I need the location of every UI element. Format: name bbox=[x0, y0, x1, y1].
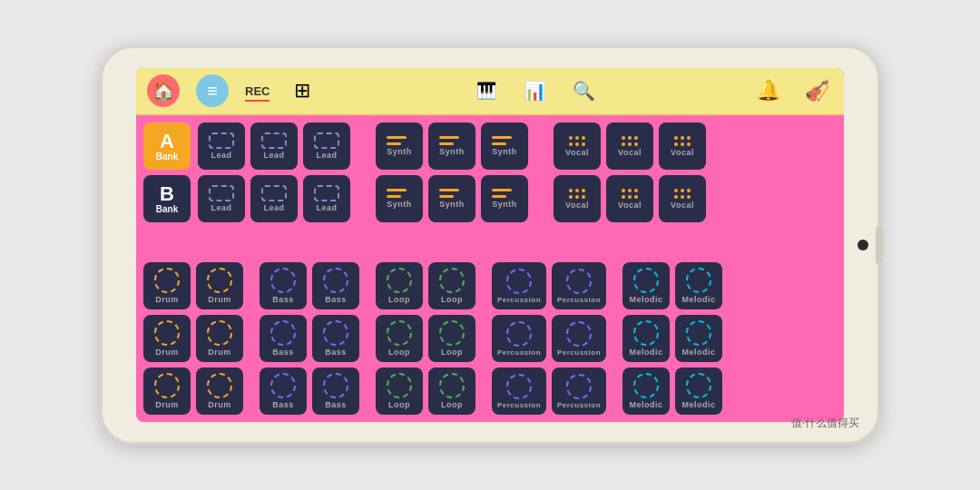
rec-button[interactable]: REC bbox=[245, 84, 270, 98]
synth-label: Synth bbox=[439, 147, 465, 156]
drum-label: Drum bbox=[155, 295, 179, 304]
bass-icon bbox=[270, 373, 296, 398]
synth-pad-2[interactable]: Synth bbox=[428, 122, 475, 170]
bass-pad-3[interactable]: Bass bbox=[260, 315, 307, 362]
loop-pad-2[interactable]: Loop bbox=[428, 262, 475, 309]
lead-pad-1[interactable]: Lead bbox=[198, 122, 245, 170]
vocal-pad-2[interactable]: Vocal bbox=[606, 122, 653, 170]
drum-pad-2[interactable]: Drum bbox=[196, 262, 243, 309]
bass-label: Bass bbox=[272, 348, 294, 357]
lead-icon bbox=[261, 132, 287, 149]
synth-pad-4[interactable]: Synth bbox=[376, 175, 423, 222]
loop-section: Loop Loop Loop Loop bbox=[376, 262, 475, 415]
piano-button[interactable]: 🎹 bbox=[470, 74, 503, 107]
percussion-pad-1[interactable]: Percussion bbox=[492, 262, 546, 309]
synth-label: Synth bbox=[387, 147, 412, 156]
bass-pad-4[interactable]: Bass bbox=[312, 315, 359, 362]
synth-pad-6[interactable]: Synth bbox=[481, 175, 528, 222]
lead-pad-5[interactable]: Lead bbox=[250, 175, 298, 222]
vocal-pad-3[interactable]: Vocal bbox=[659, 122, 706, 170]
loop-pad-1[interactable]: Loop bbox=[376, 262, 423, 309]
drum-label: Drum bbox=[155, 400, 179, 409]
lead-icon bbox=[314, 185, 339, 201]
drum-pad-5[interactable]: Drum bbox=[143, 368, 191, 415]
lead-label: Lead bbox=[211, 203, 231, 212]
vocal-icon bbox=[569, 136, 585, 146]
bank-b-button[interactable]: B Bank bbox=[143, 175, 191, 222]
melodic-label: Melodic bbox=[629, 295, 662, 304]
lead-pad-4[interactable]: Lead bbox=[198, 175, 245, 222]
melodic-icon bbox=[686, 373, 711, 398]
melodic-pad-5[interactable]: Melodic bbox=[622, 368, 670, 415]
vocal-icon bbox=[674, 189, 691, 199]
loop-pad-5[interactable]: Loop bbox=[376, 368, 423, 415]
vocal-pad-6[interactable]: Vocal bbox=[659, 175, 706, 222]
loop-icon bbox=[387, 373, 412, 398]
vocal-pad-1[interactable]: Vocal bbox=[554, 122, 601, 170]
vocal-label: Vocal bbox=[565, 148, 589, 157]
lead-label: Lead bbox=[316, 203, 337, 212]
bass-pad-1[interactable]: Bass bbox=[260, 262, 307, 309]
loop-pad-3[interactable]: Loop bbox=[376, 315, 423, 362]
drum-pad-3[interactable]: Drum bbox=[143, 315, 191, 362]
drum-pad-4[interactable]: Drum bbox=[196, 315, 243, 362]
percussion-icon bbox=[566, 374, 592, 399]
vocal-label: Vocal bbox=[671, 201, 694, 210]
synth-label: Synth bbox=[492, 147, 517, 156]
drum-pad-6[interactable]: Drum bbox=[196, 368, 243, 415]
drum-icon bbox=[154, 268, 180, 293]
lead-section: Lead Lead Lead Lead bbox=[198, 122, 350, 255]
synth-icon bbox=[492, 136, 517, 145]
violin-button[interactable]: 🎻 bbox=[800, 74, 833, 107]
melodic-pad-6[interactable]: Melodic bbox=[675, 368, 722, 415]
percussion-pad-5[interactable]: Percussion bbox=[492, 368, 546, 415]
lead-pad-6[interactable]: Lead bbox=[303, 175, 350, 222]
percussion-label: Percussion bbox=[557, 401, 601, 409]
percussion-icon bbox=[506, 269, 532, 294]
loop-pad-6[interactable]: Loop bbox=[428, 368, 475, 415]
synth-pad-3[interactable]: Synth bbox=[481, 122, 528, 170]
loop-label: Loop bbox=[388, 400, 410, 409]
vocal-pad-5[interactable]: Vocal bbox=[606, 175, 653, 222]
percussion-pad-4[interactable]: Percussion bbox=[552, 315, 606, 362]
drum-icon bbox=[207, 320, 232, 346]
percussion-pad-6[interactable]: Percussion bbox=[552, 368, 606, 415]
drum-icon bbox=[154, 320, 180, 346]
loop-label: Loop bbox=[388, 295, 410, 304]
bank-a-label: Bank bbox=[156, 152, 178, 162]
home-button[interactable]: 🏠 bbox=[147, 74, 180, 107]
synth-pad-1[interactable]: Synth bbox=[376, 122, 423, 170]
melodic-pad-4[interactable]: Melodic bbox=[675, 315, 722, 362]
equalizer-button[interactable]: 📊 bbox=[519, 74, 552, 107]
melodic-pad-2[interactable]: Melodic bbox=[675, 262, 722, 309]
vocal-section: Vocal Vocal Vocal bbox=[554, 122, 706, 255]
loop-pad-4[interactable]: Loop bbox=[428, 315, 475, 362]
drum-pad-1[interactable]: Drum bbox=[143, 262, 191, 309]
vocal-row-2: Vocal Vocal Vocal bbox=[554, 175, 706, 222]
melodic-pad-3[interactable]: Melodic bbox=[622, 315, 670, 362]
lead-label: Lead bbox=[263, 151, 284, 160]
melodic-pad-1[interactable]: Melodic bbox=[622, 262, 670, 309]
vocal-pad-4[interactable]: Vocal bbox=[554, 175, 601, 222]
bank-a-button[interactable]: A Bank bbox=[143, 122, 191, 170]
grid-button[interactable]: ⊞ bbox=[286, 74, 318, 107]
bass-pad-2[interactable]: Bass bbox=[312, 262, 359, 309]
percussion-pad-2[interactable]: Percussion bbox=[552, 262, 606, 309]
bass-pad-5[interactable]: Bass bbox=[260, 368, 307, 415]
phone-frame: 🏠 ≡ REC ⊞ 🎹 📊 🔍 🔔 🎻 A Bank B Bank bbox=[100, 45, 880, 445]
bell-button[interactable]: 🔔 bbox=[751, 74, 784, 107]
percussion-pad-3[interactable]: Percussion bbox=[492, 315, 546, 362]
lead-pad-2[interactable]: Lead bbox=[250, 122, 298, 170]
percussion-label: Percussion bbox=[557, 348, 601, 357]
list-button[interactable]: ≡ bbox=[196, 74, 229, 107]
watermark: 值·什么值得买 bbox=[791, 416, 859, 431]
bass-label: Bass bbox=[325, 400, 347, 409]
melodic-icon bbox=[633, 320, 659, 346]
bass-pad-6[interactable]: Bass bbox=[312, 368, 359, 415]
lead-pad-3[interactable]: Lead bbox=[303, 122, 350, 170]
bottom-pad-area: Drum Drum Drum Drum bbox=[136, 262, 844, 422]
synth-pad-5[interactable]: Synth bbox=[428, 175, 475, 222]
lead-icon bbox=[209, 132, 234, 149]
vocal-label: Vocal bbox=[618, 148, 642, 157]
search-button[interactable]: 🔍 bbox=[568, 74, 601, 107]
